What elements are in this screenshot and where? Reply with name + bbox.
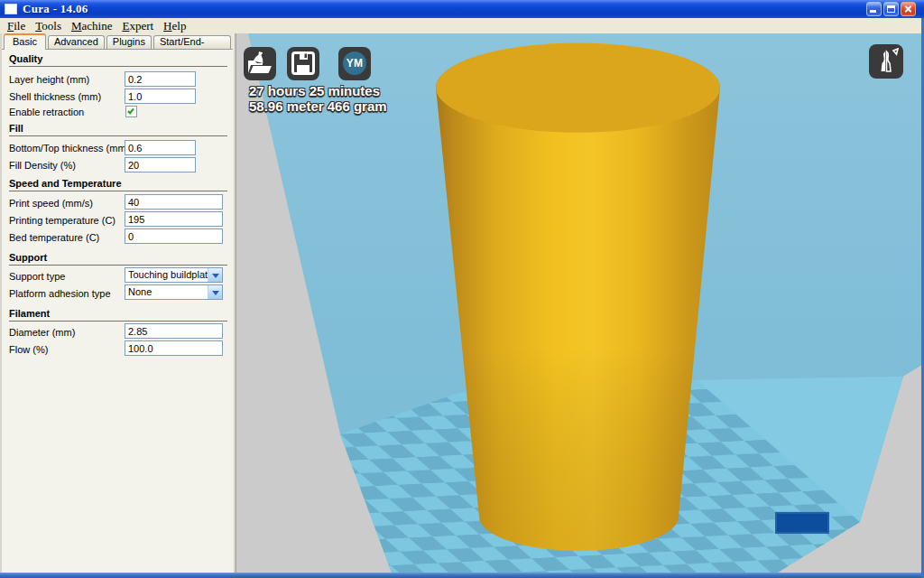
app-icon (5, 4, 17, 14)
printing-temperature-input[interactable] (125, 211, 223, 227)
youmagine-icon: YM (343, 51, 366, 75)
menu-help[interactable]: Help (163, 19, 186, 33)
buildplate-marker (776, 513, 828, 533)
titlebar[interactable]: Cura - 14.06 (0, 0, 924, 18)
label-enable-retraction: Enable retraction (9, 107, 84, 117)
share-youmagine-button[interactable]: YM (338, 47, 371, 80)
minimize-button[interactable] (866, 2, 882, 16)
window-title: Cura - 14.06 (23, 2, 88, 16)
section-quality: Quality (9, 53, 227, 67)
tab-plugins[interactable]: Plugins (106, 35, 152, 49)
print-speed-input[interactable] (125, 194, 223, 210)
support-type-dropdown[interactable]: Touching buildplate (125, 267, 223, 283)
scene-3d (236, 33, 921, 573)
dropdown-button[interactable] (208, 268, 222, 282)
load-model-icon (244, 47, 276, 79)
section-speed-temperature: Speed and Temperature (9, 178, 227, 191)
checkmark-icon (127, 107, 134, 115)
print-statistics: 27 hours 25 minutes 58.96 meter 466 gram (249, 83, 387, 114)
view-mode-button[interactable] (869, 44, 903, 79)
chevron-down-icon (212, 291, 219, 295)
maximize-button[interactable] (883, 2, 899, 16)
menu-machine[interactable]: Machine (71, 19, 112, 33)
chevron-down-icon (212, 274, 219, 278)
menu-expert[interactable]: Expert (122, 19, 153, 33)
model-cylinder[interactable] (436, 43, 720, 551)
section-fill: Fill (9, 123, 227, 136)
settings-tabbar: Basic Advanced Plugins Start/End-GCode (2, 33, 233, 50)
bed-temperature-input[interactable] (125, 228, 223, 244)
filament-diameter-input[interactable] (125, 323, 223, 339)
label-printing-temperature: Printing temperature (C) (9, 215, 116, 226)
label-fill-density: Fill Density (%) (9, 160, 76, 171)
window-bottom-border (0, 573, 924, 578)
label-bed-temperature: Bed temperature (C) (9, 232, 99, 243)
enable-retraction-checkbox[interactable] (125, 106, 137, 117)
tab-basic[interactable]: Basic (4, 33, 46, 50)
cura-window: Cura - 14.06 File Tools Machine Expert H… (0, 0, 924, 578)
label-bottom-top-thickness: Bottom/Top thickness (mm) (9, 143, 129, 154)
label-support-type: Support type (9, 271, 65, 282)
section-filament: Filament (9, 308, 227, 322)
save-toolpath-button[interactable] (287, 47, 319, 80)
filament-flow-input[interactable] (125, 340, 223, 356)
label-platform-adhesion: Platform adhesion type (9, 288, 111, 299)
maximize-icon (887, 5, 895, 13)
tab-advanced[interactable]: Advanced (48, 35, 105, 49)
menu-file[interactable]: File (7, 19, 25, 33)
cylinder-top-face (436, 43, 720, 133)
save-floppy-icon (287, 47, 319, 79)
menubar: File Tools Machine Expert Help (0, 18, 924, 33)
tab-start-end-gcode[interactable]: Start/End-GCode (153, 35, 231, 49)
viewport-3d[interactable]: YM 27 hours 25 minutes 58.96 meter 466 g… (236, 33, 921, 573)
view-mode-icon (869, 44, 903, 79)
label-diameter: Diameter (mm) (9, 327, 75, 338)
section-support: Support (9, 252, 227, 266)
shell-thickness-input[interactable] (125, 89, 196, 104)
close-button[interactable] (901, 2, 916, 16)
minimize-icon (870, 10, 876, 13)
label-shell-thickness: Shell thickness (mm) (9, 91, 101, 102)
viewport-toolbar: YM (244, 47, 371, 80)
print-material: 58.96 meter 466 gram (249, 98, 387, 114)
layer-height-input[interactable] (125, 71, 196, 87)
platform-adhesion-dropdown[interactable]: None (125, 284, 223, 300)
print-time: 27 hours 25 minutes (249, 83, 387, 98)
dropdown-button[interactable] (208, 285, 222, 299)
load-model-button[interactable] (244, 47, 276, 80)
fill-density-input[interactable] (125, 157, 196, 172)
label-print-speed: Print speed (mm/s) (9, 198, 93, 209)
label-flow: Flow (%) (9, 344, 48, 355)
label-layer-height: Layer height (mm) (9, 74, 89, 85)
basic-settings-panel: Quality Layer height (mm) Shell thicknes… (2, 50, 233, 573)
menu-tools[interactable]: Tools (35, 19, 61, 33)
bottom-top-thickness-input[interactable] (125, 140, 196, 155)
